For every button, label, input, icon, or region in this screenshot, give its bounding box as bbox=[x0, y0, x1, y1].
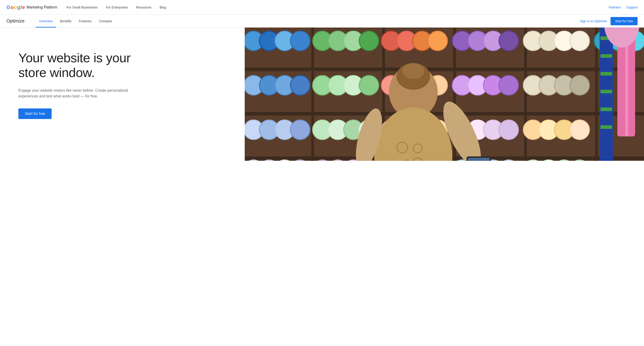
sub-nav-links: Overview Benefits Features Compare bbox=[36, 15, 580, 28]
svg-point-79 bbox=[570, 76, 590, 95]
svg-rect-82 bbox=[600, 28, 613, 161]
hero-subtitle: Engage your website visitors like never … bbox=[18, 88, 128, 99]
svg-point-56 bbox=[570, 31, 590, 51]
tab-overview[interactable]: Overview bbox=[36, 15, 56, 28]
top-nav-links: For Small Businesses For Enterprises Res… bbox=[66, 6, 609, 9]
svg-rect-9 bbox=[311, 28, 314, 161]
nav-resources[interactable]: Resources bbox=[136, 6, 151, 9]
svg-point-106 bbox=[499, 120, 518, 139]
nav-enterprises[interactable]: For Enterprises bbox=[106, 6, 128, 9]
sub-nav-right: Sign in to Optimize Start for free bbox=[580, 17, 638, 25]
svg-rect-5 bbox=[245, 68, 644, 71]
svg-rect-90 bbox=[600, 125, 612, 129]
hero-title: Your website is your store window. bbox=[18, 51, 142, 80]
g-blue: G bbox=[6, 4, 10, 10]
g-red: o bbox=[10, 4, 13, 10]
svg-rect-138 bbox=[468, 158, 490, 161]
product-name: Optimize bbox=[6, 18, 24, 24]
logo-area[interactable]: Google Marketing Platform bbox=[6, 4, 57, 10]
svg-rect-89 bbox=[600, 107, 612, 111]
svg-point-63 bbox=[290, 76, 310, 95]
tab-features[interactable]: Features bbox=[75, 15, 95, 28]
nav-blog[interactable]: Blog bbox=[160, 6, 166, 9]
tab-compare[interactable]: Compare bbox=[95, 15, 116, 28]
g-yellow: o bbox=[14, 4, 17, 10]
svg-point-67 bbox=[359, 76, 379, 95]
start-free-hero-button[interactable]: Start for free bbox=[18, 108, 52, 119]
svg-point-75 bbox=[499, 76, 518, 95]
nav-support[interactable]: Support bbox=[626, 6, 638, 9]
svg-point-40 bbox=[290, 31, 310, 51]
tab-benefits[interactable]: Benefits bbox=[56, 15, 75, 28]
sign-in-link[interactable]: Sign in to Optimize bbox=[580, 19, 607, 23]
top-nav-right: Partners Support bbox=[609, 6, 638, 9]
top-navigation: Google Marketing Platform For Small Busi… bbox=[0, 0, 644, 15]
svg-rect-86 bbox=[600, 54, 612, 58]
svg-point-48 bbox=[428, 31, 448, 51]
hero-section: Your website is your store window. Engag… bbox=[0, 28, 644, 161]
svg-rect-88 bbox=[600, 90, 612, 93]
google-logo: Google bbox=[6, 4, 25, 10]
nav-partners[interactable]: Partners bbox=[609, 6, 621, 9]
brand-name: Marketing Platform bbox=[26, 5, 57, 10]
sub-navigation: Optimize Overview Benefits Features Comp… bbox=[0, 15, 644, 28]
hero-content: Your website is your store window. Engag… bbox=[0, 32, 160, 137]
start-free-header-button[interactable]: Start for free bbox=[610, 17, 638, 25]
svg-point-134 bbox=[402, 63, 424, 79]
hero-image bbox=[245, 28, 644, 161]
g-green: l bbox=[20, 4, 22, 10]
g-blue2: g bbox=[17, 4, 20, 10]
nav-small-businesses[interactable]: For Small Businesses bbox=[66, 6, 98, 9]
svg-point-110 bbox=[570, 120, 590, 139]
svg-point-44 bbox=[359, 31, 379, 51]
svg-rect-87 bbox=[600, 72, 612, 75]
svg-point-52 bbox=[499, 31, 518, 51]
g-red2: e bbox=[22, 4, 25, 10]
svg-point-94 bbox=[290, 120, 310, 139]
